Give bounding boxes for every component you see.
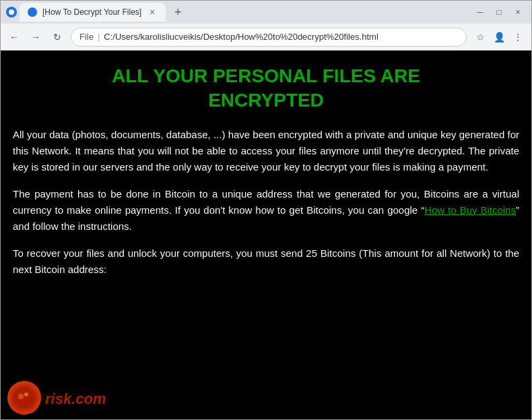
url-text: C:/Users/karolisliucveikis/Desktop/How%2… [104, 32, 378, 42]
toolbar-right: ☆ 👤 ⋮ [472, 29, 526, 45]
back-button[interactable]: ← [6, 29, 22, 45]
refresh-button[interactable]: ↻ [49, 29, 65, 45]
tab-close-button[interactable]: × [147, 7, 158, 18]
paragraph-3: To recover your files and unlock your co… [13, 245, 519, 278]
address-bar[interactable]: File | C:/Users/karolisliucveikis/Deskto… [71, 28, 467, 47]
browser-tab[interactable]: [How To Decrypt Your Files] × [20, 3, 166, 22]
page-content: ALL YOUR PERSONAL FILES AREENCRYPTED All… [1, 51, 531, 419]
watermark-overlay: risk.com [1, 379, 531, 419]
browser-window: [How To Decrypt Your Files] × + ─ □ × ← … [0, 0, 532, 420]
svg-point-1 [18, 394, 24, 399]
svg-point-0 [16, 390, 32, 406]
new-tab-button[interactable]: + [168, 3, 187, 22]
tab-title: [How To Decrypt Your Files] [42, 7, 141, 17]
close-button[interactable]: × [510, 4, 526, 20]
svg-point-2 [24, 392, 28, 396]
browser-icon [6, 7, 17, 18]
address-bar-row: ← → ↻ File | C:/Users/karolisliucveikis/… [1, 24, 531, 51]
url-separator: | [98, 32, 100, 42]
menu-icon[interactable]: ⋮ [510, 29, 526, 45]
url-scheme: File [79, 32, 94, 42]
paragraph-2: The payment has to be done in Bitcoin to… [13, 186, 519, 235]
paragraph-1: All your data (photos, documents, databa… [13, 127, 519, 175]
minimize-button[interactable]: ─ [472, 4, 488, 20]
title-bar: [How To Decrypt Your Files] × + ─ □ × [1, 1, 531, 24]
page-title: ALL YOUR PERSONAL FILES AREENCRYPTED [13, 64, 519, 113]
tab-favicon [28, 7, 37, 17]
logo-text: risk.com [45, 390, 106, 408]
profile-icon[interactable]: 👤 [491, 29, 507, 45]
forward-button[interactable]: → [28, 29, 44, 45]
window-controls: ─ □ × [472, 4, 526, 20]
bookmark-icon[interactable]: ☆ [472, 29, 488, 45]
logo-icon [7, 381, 41, 415]
maximize-button[interactable]: □ [491, 4, 507, 20]
how-to-buy-bitcoins-link[interactable]: How to Buy Bitcoins [424, 204, 516, 216]
